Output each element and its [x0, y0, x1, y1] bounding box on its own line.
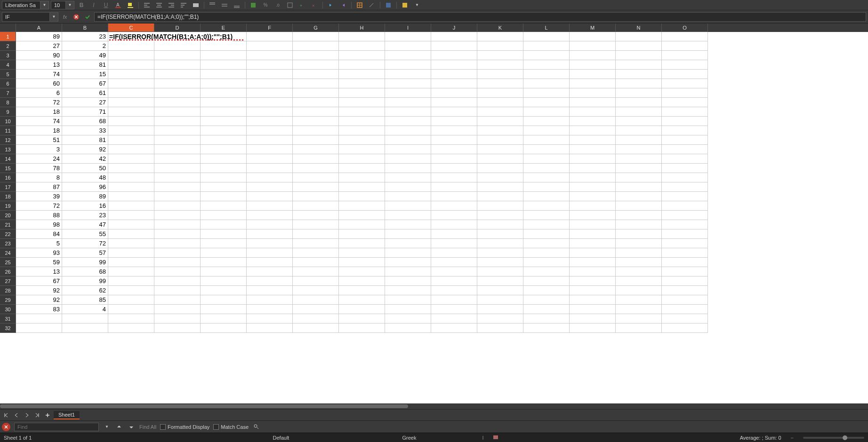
wrap-text-button[interactable] — [178, 1, 189, 9]
row-header[interactable]: 16 — [0, 173, 16, 182]
cell[interactable] — [662, 229, 708, 239]
cell[interactable] — [662, 88, 708, 98]
cell[interactable]: 99 — [62, 276, 108, 286]
cell[interactable] — [154, 295, 201, 305]
cell[interactable] — [339, 286, 385, 295]
cell[interactable]: 72 — [16, 98, 62, 107]
row-header[interactable]: 14 — [0, 154, 16, 164]
cell[interactable] — [431, 126, 477, 135]
cell[interactable] — [201, 305, 247, 314]
row-header[interactable]: 4 — [0, 60, 16, 70]
cell[interactable] — [108, 192, 154, 201]
find-next-button[interactable] — [127, 423, 136, 431]
row-header[interactable]: 24 — [0, 248, 16, 258]
cell[interactable] — [431, 145, 477, 154]
name-box-dropdown-icon[interactable]: ▼ — [49, 13, 58, 21]
cell[interactable]: 96 — [62, 182, 108, 192]
row-header[interactable]: 20 — [0, 211, 16, 220]
font-name-combo[interactable]: Liberation Sa ▼ — [2, 1, 49, 9]
cell[interactable]: 68 — [62, 267, 108, 276]
find-all-button[interactable]: Find All — [139, 424, 156, 430]
last-sheet-button[interactable] — [33, 411, 41, 419]
cell[interactable] — [662, 286, 708, 295]
function-wizard-button[interactable]: fx — [60, 13, 70, 21]
cell[interactable] — [62, 314, 108, 324]
cell[interactable] — [523, 98, 570, 107]
cell[interactable] — [570, 173, 616, 182]
cell[interactable] — [201, 79, 247, 88]
cell[interactable] — [523, 126, 570, 135]
find-input[interactable] — [14, 423, 99, 431]
cell[interactable] — [385, 41, 431, 51]
add-decimal-button[interactable]: + — [297, 1, 307, 9]
cell[interactable]: 72 — [16, 201, 62, 211]
cell[interactable] — [570, 201, 616, 211]
bold-button[interactable]: B — [76, 1, 87, 9]
cell[interactable] — [385, 201, 431, 211]
cell[interactable] — [662, 51, 708, 60]
cell[interactable]: 71 — [62, 107, 108, 117]
cell[interactable] — [339, 88, 385, 98]
column-header[interactable]: C — [108, 24, 154, 32]
cell[interactable] — [570, 88, 616, 98]
column-header[interactable]: O — [662, 24, 708, 32]
cell[interactable] — [154, 126, 201, 135]
cell[interactable] — [293, 145, 339, 154]
italic-button[interactable]: I — [88, 1, 99, 9]
cell[interactable]: 39 — [16, 192, 62, 201]
cell[interactable]: 42 — [62, 154, 108, 164]
row-header[interactable]: 15 — [0, 164, 16, 173]
cell[interactable] — [154, 79, 201, 88]
cell[interactable] — [339, 182, 385, 192]
cell[interactable] — [616, 258, 662, 267]
cell[interactable] — [201, 117, 247, 126]
currency-button[interactable] — [248, 1, 258, 9]
cell[interactable] — [154, 182, 201, 192]
column-header[interactable]: N — [616, 24, 662, 32]
cell[interactable] — [385, 107, 431, 117]
cell[interactable] — [247, 229, 293, 239]
cell[interactable] — [385, 164, 431, 173]
cell[interactable] — [523, 286, 570, 295]
cell[interactable] — [477, 79, 523, 88]
cell[interactable] — [570, 126, 616, 135]
cell[interactable] — [108, 239, 154, 248]
cell[interactable] — [293, 314, 339, 324]
cell[interactable] — [616, 32, 662, 41]
cell[interactable] — [293, 286, 339, 295]
cell[interactable] — [201, 229, 247, 239]
cell[interactable] — [154, 258, 201, 267]
cell[interactable] — [616, 192, 662, 201]
highlight-color-button[interactable] — [125, 1, 136, 9]
row-header[interactable]: 3 — [0, 51, 16, 60]
cell[interactable] — [523, 154, 570, 164]
cell[interactable] — [293, 192, 339, 201]
cell[interactable] — [154, 60, 201, 70]
cell[interactable] — [616, 267, 662, 276]
align-bottom-button[interactable] — [232, 1, 242, 9]
cell[interactable] — [339, 126, 385, 135]
cell[interactable] — [477, 324, 523, 333]
row-header[interactable]: 32 — [0, 324, 16, 333]
cell[interactable] — [523, 211, 570, 220]
cell[interactable] — [201, 88, 247, 98]
cancel-formula-button[interactable] — [72, 13, 81, 21]
cell[interactable] — [662, 258, 708, 267]
cell[interactable] — [293, 154, 339, 164]
cell[interactable] — [108, 182, 154, 192]
cell[interactable] — [201, 135, 247, 145]
cell[interactable] — [616, 51, 662, 60]
row-header[interactable]: 23 — [0, 239, 16, 248]
font-color-button[interactable]: A — [113, 1, 123, 9]
cell[interactable]: 88 — [16, 211, 62, 220]
cell[interactable] — [108, 135, 154, 145]
dropdown-icon[interactable]: ▼ — [412, 1, 422, 9]
cell[interactable] — [154, 51, 201, 60]
cell[interactable] — [431, 51, 477, 60]
cell[interactable] — [662, 60, 708, 70]
cell[interactable] — [385, 258, 431, 267]
cell[interactable]: 83 — [16, 305, 62, 314]
cell[interactable] — [431, 229, 477, 239]
cell[interactable] — [154, 41, 201, 51]
cell[interactable] — [662, 79, 708, 88]
